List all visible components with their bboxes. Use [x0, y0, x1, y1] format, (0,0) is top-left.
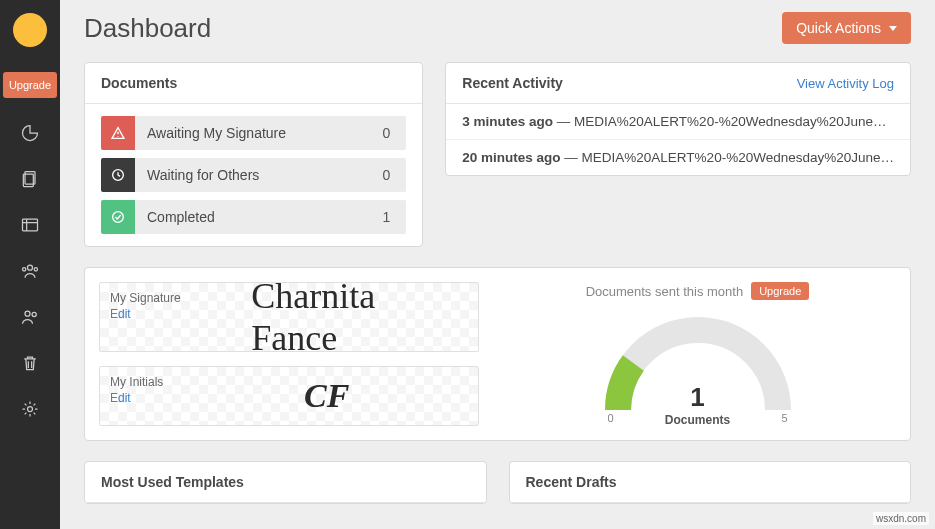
doc-count: 0: [366, 125, 406, 141]
alert-triangle-icon: [101, 116, 135, 150]
svg-point-7: [32, 312, 36, 316]
doc-label: Completed: [135, 209, 366, 225]
svg-point-6: [25, 311, 30, 316]
svg-point-4: [23, 268, 26, 271]
contacts-icon[interactable]: [19, 306, 41, 328]
right-column: Recent Activity View Activity Log 3 minu…: [445, 62, 911, 247]
reports-icon[interactable]: [19, 122, 41, 144]
gauge-header: Documents sent this month Upgrade: [586, 282, 810, 300]
quick-actions-label: Quick Actions: [796, 20, 881, 36]
signature-left: My Signature Edit Charnita Fance My Init…: [99, 282, 479, 426]
documents-panel-header: Documents: [85, 63, 422, 104]
documents-rows: Awaiting My Signature 0 Waiting for Othe…: [85, 104, 422, 246]
activity-time: 20 minutes ago: [462, 150, 560, 165]
documents-title: Documents: [101, 75, 177, 91]
clock-icon: [101, 158, 135, 192]
view-activity-log-link[interactable]: View Activity Log: [797, 76, 894, 91]
activity-panel-header: Recent Activity View Activity Log: [446, 63, 910, 104]
gauge-min: 0: [608, 412, 614, 424]
svg-rect-2: [23, 219, 38, 231]
gauge-chart: 1 Documents 0 5: [598, 310, 798, 420]
activity-title: Recent Activity: [462, 75, 563, 91]
page-title: Dashboard: [84, 13, 211, 44]
sidebar: Upgrade: [0, 0, 60, 529]
drafts-panel-header: Recent Drafts: [510, 462, 911, 503]
doc-row-waiting[interactable]: Waiting for Others 0: [101, 158, 406, 192]
gauge-title: Documents sent this month: [586, 284, 744, 299]
doc-count: 1: [366, 209, 406, 225]
gauge-section: Documents sent this month Upgrade 1 Docu…: [499, 282, 896, 426]
templates-title: Most Used Templates: [101, 474, 244, 490]
svg-point-10: [113, 212, 124, 223]
gauge-max: 5: [781, 412, 787, 424]
compass-logo-icon[interactable]: [13, 13, 47, 47]
header: Dashboard Quick Actions: [60, 0, 935, 62]
my-signature-box: My Signature Edit Charnita Fance: [99, 282, 479, 352]
initials-text: CF: [304, 377, 349, 415]
drafts-panel: Recent Drafts: [509, 461, 912, 504]
activity-item[interactable]: 20 minutes ago — MEDIA%20ALERT%20-%20Wed…: [446, 140, 910, 175]
team-icon[interactable]: [19, 260, 41, 282]
doc-row-awaiting[interactable]: Awaiting My Signature 0: [101, 116, 406, 150]
templates-icon[interactable]: [19, 214, 41, 236]
gauge-upgrade-button[interactable]: Upgrade: [751, 282, 809, 300]
svg-point-5: [34, 268, 37, 271]
svg-point-8: [28, 407, 33, 412]
activity-text: MEDIA%20ALERT%20-%20Wednesday%20June…: [582, 150, 894, 165]
main: Dashboard Quick Actions Documents Awaiti…: [60, 0, 935, 504]
left-column: Documents Awaiting My Signature 0 Waitin…: [84, 62, 423, 247]
trash-icon[interactable]: [19, 352, 41, 374]
watermark: wsxdn.com: [873, 512, 929, 525]
content-row: Documents Awaiting My Signature 0 Waitin…: [60, 62, 935, 247]
svg-point-3: [28, 265, 33, 270]
logo-container: [0, 0, 60, 60]
caret-down-icon: [889, 26, 897, 31]
activity-sep: —: [561, 150, 582, 165]
bottom-row: Most Used Templates Recent Drafts: [60, 461, 935, 504]
doc-label: Waiting for Others: [135, 167, 366, 183]
drafts-title: Recent Drafts: [526, 474, 617, 490]
doc-row-completed[interactable]: Completed 1: [101, 200, 406, 234]
upgrade-button[interactable]: Upgrade: [3, 72, 57, 98]
documents-icon[interactable]: [19, 168, 41, 190]
my-initials-box: My Initials Edit CF: [99, 366, 479, 426]
signature-text: Charnita Fance: [251, 275, 402, 359]
check-circle-icon: [101, 200, 135, 234]
upgrade-label: Upgrade: [9, 79, 51, 91]
gauge-value: 1: [665, 382, 730, 413]
activity-time: 3 minutes ago: [462, 114, 553, 129]
templates-panel-header: Most Used Templates: [85, 462, 486, 503]
templates-panel: Most Used Templates: [84, 461, 487, 504]
signature-panel: My Signature Edit Charnita Fance My Init…: [84, 267, 911, 441]
my-initials-label: My Initials: [110, 375, 468, 389]
quick-actions-button[interactable]: Quick Actions: [782, 12, 911, 44]
doc-label: Awaiting My Signature: [135, 125, 366, 141]
activity-text: MEDIA%20ALERT%20-%20Wednesday%20June…: [574, 114, 886, 129]
activity-item[interactable]: 3 minutes ago — MEDIA%20ALERT%20-%20Wedn…: [446, 104, 910, 140]
edit-initials-link[interactable]: Edit: [110, 391, 468, 405]
nav-icons: [19, 122, 41, 420]
settings-icon[interactable]: [19, 398, 41, 420]
doc-count: 0: [366, 167, 406, 183]
activity-rows: 3 minutes ago — MEDIA%20ALERT%20-%20Wedn…: [446, 104, 910, 175]
gauge-ticks: 0 5: [598, 412, 798, 424]
activity-sep: —: [553, 114, 574, 129]
activity-panel: Recent Activity View Activity Log 3 minu…: [445, 62, 911, 176]
documents-panel: Documents Awaiting My Signature 0 Waitin…: [84, 62, 423, 247]
